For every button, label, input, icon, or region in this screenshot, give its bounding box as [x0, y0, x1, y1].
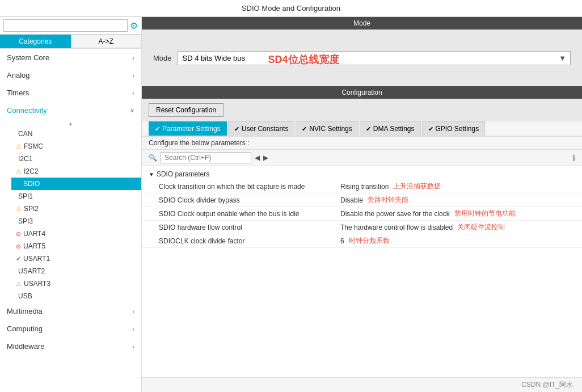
tab-user-constants[interactable]: ✔ User Constants	[228, 121, 295, 136]
item-label: USART1	[23, 255, 50, 263]
param-value: Rising transition 上升沿捕获数据	[340, 182, 575, 191]
param-name: SDIO Clock divider bypass	[159, 196, 340, 204]
sidebar-category-label: Timers	[7, 88, 29, 97]
param-value: Disable the power save for the clock 禁用时…	[340, 209, 575, 218]
param-row-clock-transition: Clock transition on which the bit captur…	[142, 180, 582, 193]
item-label: SPI2	[24, 205, 39, 213]
tab-label: Parameter Settings	[162, 125, 221, 133]
item-label: UART5	[23, 242, 45, 250]
sidebar-item-analog[interactable]: Analog ›	[0, 66, 141, 84]
collapse-icon: ▼	[149, 171, 154, 178]
main-content: Mode Mode Disable SD 1 bit SD 4 bits Wid…	[142, 17, 582, 392]
sidebar-item-connectivity[interactable]: Connectivity ∨	[0, 102, 141, 119]
tab-label: NVIC Settings	[309, 125, 352, 133]
reset-configuration-button[interactable]: Reset Configuration	[149, 103, 223, 117]
chevron-right-icon: ›	[132, 308, 134, 315]
params-group-sdio[interactable]: ▼ SDIO parameters	[142, 168, 582, 180]
mode-label: Mode	[153, 54, 172, 62]
tab-check-icon: ✔	[155, 125, 160, 133]
sidebar-item-i2c2[interactable]: ⚠ I2C2	[11, 165, 141, 178]
item-label: I2C2	[24, 167, 38, 175]
sidebar-item-uart4[interactable]: ⊘ UART4	[11, 227, 141, 240]
param-name: SDIOCLK clock divide factor	[159, 237, 340, 245]
tab-nvic-settings[interactable]: ✔ NVIC Settings	[296, 121, 358, 136]
mode-section: Mode Disable SD 1 bit SD 4 bits Wide bus…	[142, 29, 582, 86]
tab-parameter-settings[interactable]: ✔ Parameter Settings	[149, 121, 227, 136]
sidebar-category-label: Computing	[7, 324, 43, 333]
item-label: USART3	[24, 280, 50, 288]
sidebar-item-computing[interactable]: Computing ›	[0, 320, 141, 338]
arrow-right-icon[interactable]: ▶	[263, 154, 268, 162]
tab-check-icon: ✔	[428, 125, 433, 133]
warning-icon: ⚠	[16, 205, 22, 213]
sidebar-item-fsmc[interactable]: ⚠ FSMC	[11, 140, 141, 153]
param-name: Clock transition on which the bit captur…	[159, 183, 340, 191]
sidebar-item-multimedia[interactable]: Multimedia ›	[0, 302, 141, 320]
tab-gpio-settings[interactable]: ✔ GPIO Settings	[422, 121, 486, 136]
top-bar: SDIO Mode and Configuration	[0, 0, 582, 17]
sidebar-item-usart1[interactable]: ✔ USART1	[11, 252, 141, 265]
sidebar-item-i2c1[interactable]: I2C1	[11, 153, 141, 165]
config-search-bar: 🔍 ◀ ▶ ℹ	[142, 150, 582, 166]
window-title: SDIO Mode and Configuration	[242, 4, 340, 12]
warning-icon: ⚠	[16, 280, 22, 288]
tab-label: GPIO Settings	[436, 125, 479, 133]
param-row-clock-idle: SDIO Clock output enable when the bus is…	[142, 207, 582, 221]
sidebar-item-usb[interactable]: USB	[11, 290, 141, 302]
sidebar-item-system-core[interactable]: System Core ›	[0, 49, 141, 66]
sidebar-item-timers[interactable]: Timers ›	[0, 84, 141, 102]
sidebar-item-sdio[interactable]: ✔ SDIO	[11, 178, 141, 190]
sidebar-item-spi1[interactable]: SPI1	[11, 190, 141, 203]
item-label: I2C1	[18, 155, 32, 163]
check-icon: ✔	[16, 180, 21, 188]
connectivity-sub-items: CAN ⚠ FSMC I2C1 ⚠ I2C2 ✔ SDIO	[0, 128, 141, 302]
tab-check-icon: ✔	[234, 125, 239, 133]
param-row-hw-flow: SDIO hardware flow control The hardware …	[142, 221, 582, 234]
chevron-right-icon: ›	[132, 326, 134, 332]
mode-header: Mode	[142, 17, 582, 29]
param-value: 6 时钟分频系数	[340, 236, 575, 246]
sidebar-item-uart5[interactable]: ⊘ UART5	[11, 240, 141, 252]
param-name: SDIO hardware flow control	[159, 224, 340, 231]
search-icon: 🔍	[149, 154, 157, 162]
sidebar-category-label: Multimedia	[7, 307, 43, 315]
tab-label: User Constants	[242, 125, 289, 133]
config-tabs: ✔ Parameter Settings ✔ User Constants ✔ …	[142, 121, 582, 137]
sidebar-item-can[interactable]: CAN	[11, 128, 141, 140]
mode-select-wrapper: Disable SD 1 bit SD 4 bits Wide bus MMC …	[178, 51, 571, 65]
no-icon: ⊘	[16, 243, 21, 250]
mode-select[interactable]: Disable SD 1 bit SD 4 bits Wide bus MMC …	[178, 51, 571, 65]
config-section: Configuration Reset Configuration ✔ Para…	[142, 86, 582, 377]
chevron-right-icon: ›	[132, 54, 134, 61]
params-list: ▼ SDIO parameters Clock transition on wh…	[142, 166, 582, 377]
param-value: Disable 旁路时钟失能	[340, 195, 575, 205]
search-input[interactable]	[3, 19, 128, 32]
tab-check-icon: ✔	[302, 125, 307, 133]
gear-icon[interactable]: ⚙	[130, 20, 138, 31]
check-icon: ✔	[16, 255, 21, 263]
tab-check-icon: ✔	[366, 125, 371, 133]
item-label: FSMC	[24, 142, 43, 150]
sidebar-category-label: Connectivity	[7, 106, 47, 115]
sidebar-item-middleware[interactable]: Middleware ›	[0, 338, 141, 355]
sidebar-item-spi3[interactable]: SPI3	[11, 215, 141, 227]
info-icon[interactable]: ℹ	[572, 153, 575, 162]
no-icon: ⊘	[16, 230, 21, 238]
sidebar-item-usart3[interactable]: ⚠ USART3	[11, 277, 141, 290]
watermark: CSDN @IT_阿水	[142, 377, 582, 392]
item-label: USART2	[18, 267, 45, 275]
item-label: CAN	[18, 130, 32, 138]
sidebar-list: System Core › Analog › Timers › Connecti…	[0, 49, 141, 392]
tab-categories[interactable]: Categories	[0, 35, 71, 48]
tab-a-to-z[interactable]: A->Z	[71, 35, 142, 48]
sidebar-item-usart2[interactable]: USART2	[11, 265, 141, 277]
item-label: SPI1	[18, 192, 33, 200]
config-header: Configuration	[142, 86, 582, 99]
sidebar-item-spi2[interactable]: ⚠ SPI2	[11, 203, 141, 215]
item-label: SDIO	[23, 180, 40, 188]
tab-dma-settings[interactable]: ✔ DMA Settings	[360, 121, 421, 136]
config-search-input[interactable]	[161, 152, 251, 163]
item-label: SPI3	[18, 217, 33, 225]
sidebar: ⚙ Categories A->Z System Core › Analog ›…	[0, 17, 142, 392]
arrow-left-icon[interactable]: ◀	[255, 154, 260, 162]
